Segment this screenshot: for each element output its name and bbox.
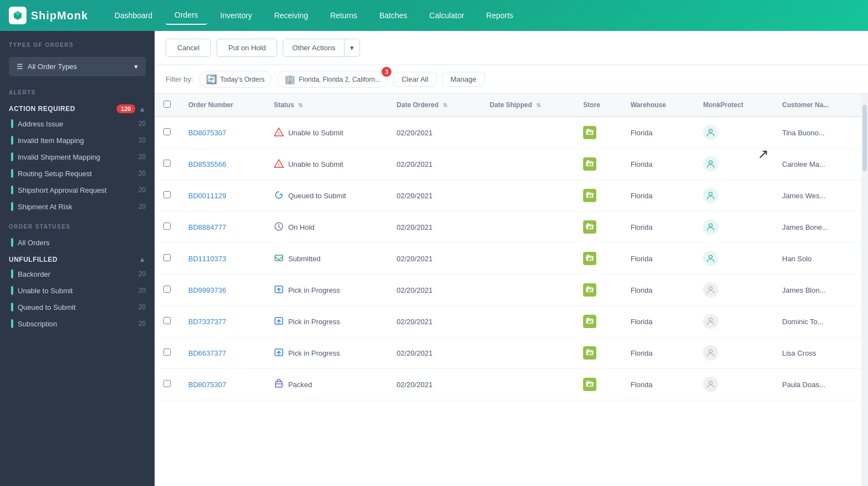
- order-number-link[interactable]: BD8075307: [188, 129, 226, 137]
- svg-point-14: [709, 350, 712, 353]
- order-number-link[interactable]: BD8884777: [188, 223, 226, 231]
- order-number-link[interactable]: BD6637377: [188, 349, 226, 357]
- sort-icon[interactable]: ⇅: [536, 102, 541, 108]
- other-actions-dropdown[interactable]: Other Actions ▾: [283, 39, 360, 57]
- dot-indicator: [11, 152, 13, 161]
- sidebar-item-shipshort[interactable]: Shipshort Approval Request 20: [0, 182, 155, 198]
- table-row: BD9993736 Pick in Progress 02/20/2021 Fl…: [155, 274, 861, 306]
- sort-icon[interactable]: ⇅: [298, 102, 303, 108]
- nav-orders[interactable]: Orders: [166, 6, 207, 25]
- sidebar-item-queued-submit[interactable]: Queued to Submit 20: [0, 299, 155, 315]
- unfulfilled-items: Backorder 20 Unable to Submit 20 Queued …: [0, 266, 155, 332]
- table-header-row: Order Number Status ⇅ Date Ordered ⇅: [155, 94, 861, 117]
- customer-name: Han Solo: [774, 243, 862, 274]
- alerts-header: ALERTS: [0, 85, 155, 100]
- col-date-shipped: Date Shipped ⇅: [481, 94, 574, 117]
- nav-batches[interactable]: Batches: [371, 7, 416, 24]
- row-checkbox[interactable]: [163, 348, 171, 356]
- manage-button[interactable]: Manage: [442, 72, 485, 87]
- order-statuses-title: ORDER STATUSES: [0, 215, 155, 234]
- date-ordered: 02/20/2021: [388, 180, 481, 212]
- status-icon: [274, 284, 284, 296]
- sidebar-count: 20: [139, 270, 146, 278]
- other-actions-label[interactable]: Other Actions: [283, 39, 345, 56]
- table-row: BD1110373 Submitted 02/20/2021 Florida H…: [155, 243, 861, 274]
- order-number-link[interactable]: BD1110373: [188, 255, 226, 263]
- monkprotect-icon: [694, 243, 773, 274]
- warehouse: Florida: [622, 212, 695, 243]
- row-checkbox[interactable]: [163, 317, 171, 324]
- status-cell: Submitted: [274, 253, 379, 265]
- dot-indicator: [11, 238, 13, 247]
- status-cell: Pick in Progress: [274, 284, 379, 296]
- sidebar-label: Invalid Item Mapping: [18, 136, 84, 145]
- logo-area: ShipMonk: [9, 7, 88, 24]
- select-all-checkbox[interactable]: [163, 101, 171, 108]
- row-checkbox[interactable]: [163, 128, 171, 135]
- scrollbar[interactable]: [861, 94, 868, 486]
- row-checkbox[interactable]: [163, 254, 171, 261]
- collapse-icon[interactable]: ▲: [139, 105, 146, 113]
- unfulfilled-title: UNFULFILLED: [9, 256, 57, 263]
- order-number-link[interactable]: BD7337377: [188, 318, 226, 326]
- order-number-link[interactable]: BD0011129: [188, 192, 226, 200]
- sidebar-count: 20: [139, 287, 146, 294]
- store-icon: [574, 306, 622, 337]
- top-nav: ShipMonk Dashboard Orders Inventory Rece…: [0, 0, 868, 31]
- sort-icon[interactable]: ⇅: [443, 102, 447, 108]
- filter-chip-location[interactable]: 🏢 Florida, Florida 2, Californ... 3: [277, 71, 388, 88]
- sidebar-item-subscription[interactable]: Subscription 20: [0, 315, 155, 332]
- sidebar-item-all-orders[interactable]: All Orders: [0, 234, 155, 251]
- row-checkbox[interactable]: [163, 160, 171, 167]
- table-row: BD8075307 ! Unable to Submit 02/20/2021 …: [155, 117, 861, 149]
- sidebar-item-address-issue[interactable]: Address Issue 20: [0, 115, 155, 132]
- sidebar-item-unable-submit[interactable]: Unable to Submit 20: [0, 282, 155, 299]
- date-shipped: [481, 117, 574, 149]
- svg-text:!: !: [278, 162, 280, 167]
- nav-receiving[interactable]: Receiving: [265, 7, 316, 24]
- status-label: Queued to Submit: [288, 192, 346, 200]
- warehouse: Florida: [622, 180, 695, 212]
- nav-returns[interactable]: Returns: [321, 7, 366, 24]
- order-type-selector[interactable]: ☰ All Order Types ▾: [9, 57, 146, 76]
- sidebar-count: 20: [139, 186, 146, 194]
- sidebar-item-routing[interactable]: Routing Setup Request 20: [0, 165, 155, 182]
- alerts-section: ALERTS ACTION REQUIRED 120 ▲ Address Iss…: [0, 81, 155, 336]
- filter-chip-today[interactable]: 🔄 Today's Orders: [199, 71, 272, 88]
- nav-dashboard[interactable]: Dashboard: [106, 7, 162, 24]
- row-checkbox[interactable]: [163, 223, 171, 230]
- sidebar-item-shipment-risk[interactable]: Shipment At Risk 20: [0, 198, 155, 215]
- row-checkbox[interactable]: [163, 191, 171, 198]
- filter-bar: Filter by: 🔄 Today's Orders 🏢 Florida, F…: [155, 65, 868, 94]
- sidebar-item-invalid-item[interactable]: Invalid Item Mapping 20: [0, 132, 155, 149]
- collapse-icon[interactable]: ▲: [139, 255, 146, 263]
- put-on-hold-button[interactable]: Put on Hold: [216, 39, 277, 57]
- sidebar-item-backorder[interactable]: Backorder 20: [0, 266, 155, 282]
- cancel-button[interactable]: Cancel: [166, 39, 211, 57]
- order-number-link[interactable]: BD9993736: [188, 286, 226, 294]
- date-ordered: 02/20/2021: [388, 337, 481, 369]
- store-icon: [574, 117, 622, 149]
- nav-reports[interactable]: Reports: [478, 7, 522, 24]
- status-cell: ! Unable to Submit: [274, 127, 379, 139]
- nav-inventory[interactable]: Inventory: [211, 7, 261, 24]
- status-icon: !: [274, 127, 284, 139]
- order-number-link[interactable]: BD8535566: [188, 160, 226, 168]
- sidebar-count: 20: [139, 120, 146, 128]
- row-checkbox[interactable]: [163, 286, 171, 293]
- sidebar-item-invalid-shipment[interactable]: Invalid Shipment Mapping 20: [0, 149, 155, 165]
- action-required-items: Address Issue 20 Invalid Item Mapping 20…: [0, 115, 155, 215]
- other-actions-arrow-icon[interactable]: ▾: [345, 39, 359, 56]
- nav-calculator[interactable]: Calculator: [421, 7, 473, 24]
- clear-all-button[interactable]: Clear All: [393, 72, 436, 87]
- store-icon: [574, 212, 622, 243]
- row-checkbox[interactable]: [163, 380, 171, 387]
- date-shipped: [481, 243, 574, 274]
- svg-point-16: [709, 381, 712, 384]
- table-wrapper: Order Number Status ⇅ Date Ordered ⇅: [155, 94, 868, 486]
- monkprotect-icon: [694, 337, 773, 369]
- order-number-link[interactable]: BD8075307: [188, 381, 226, 389]
- store-icon: [574, 274, 622, 306]
- scrollbar-thumb[interactable]: [862, 105, 867, 171]
- col-status: Status ⇅: [265, 94, 388, 117]
